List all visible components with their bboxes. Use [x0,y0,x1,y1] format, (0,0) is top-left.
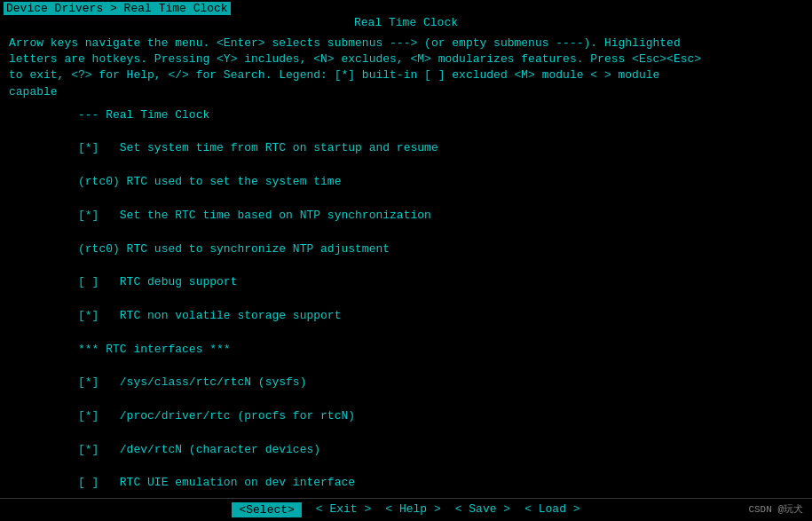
list-item: *** RTC interfaces *** [9,342,803,359]
list-item: (rtc0) RTC used to synchronize NTP adjus… [9,241,803,258]
title-bar: Device Drivers > Real Time Clock [0,0,812,15]
save-button-text[interactable]: < Save > [455,502,510,517]
load-button-text[interactable]: < Load > [524,502,579,517]
section-title: Real Time Clock [0,15,812,32]
list-item[interactable]: [*] Set system time from RTC on startup … [9,140,803,157]
list-item[interactable]: [*] RTC non volatile storage support [9,308,803,325]
list-item: --- Real Time Clock [9,107,803,124]
help-button-text[interactable]: < Help > [385,502,440,517]
list-item[interactable]: [*] /dev/rtcN (character devices) [9,442,803,459]
list-item[interactable]: [*] Set the RTC time based on NTP synchr… [9,208,803,225]
list-item[interactable]: [ ] RTC UIE emulation on dev interface [9,475,803,492]
list-item: (rtc0) RTC used to set the system time [9,174,803,191]
bottom-bar: <Select> < Exit > < Help > < Save > < Lo… [0,498,812,521]
list-item[interactable]: [*] /sys/class/rtc/rtcN (sysfs) [9,375,803,391]
watermark: CSDN @玩犬 [748,502,803,516]
menu-list: --- Real Time Clock [*] Set system time … [9,107,803,498]
main-content: Arrow keys navigate the menu. <Enter> se… [0,32,812,498]
exit-button-text[interactable]: < Exit > [316,502,371,517]
select-button[interactable]: <Select> [232,502,301,517]
terminal-window: Device Drivers > Real Time Clock Real Ti… [0,0,812,521]
list-item[interactable]: [ ] RTC debug support [9,274,803,291]
breadcrumb-highlight: Device Drivers > Real Time Clock [4,2,231,15]
list-item[interactable]: [*] /proc/driver/rtc (procfs for rtcN) [9,408,803,425]
help-text: Arrow keys navigate the menu. <Enter> se… [9,36,803,100]
